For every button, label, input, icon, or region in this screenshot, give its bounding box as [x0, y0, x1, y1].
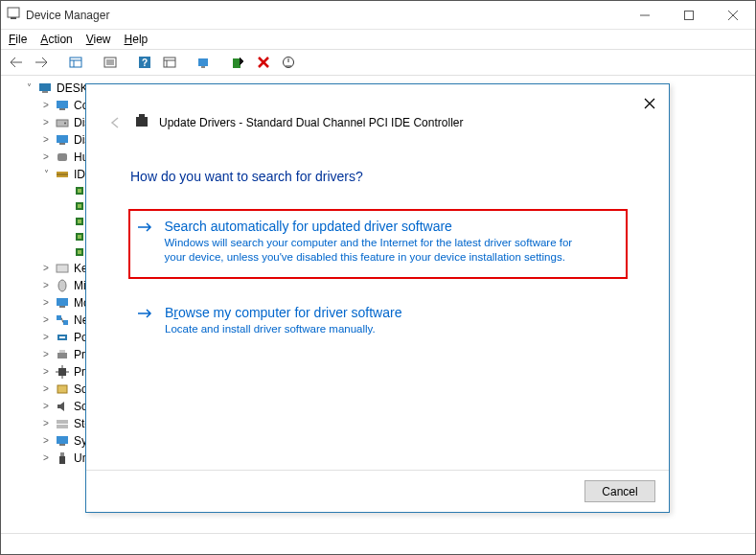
- svg-rect-1: [11, 17, 16, 19]
- svg-rect-56: [58, 368, 66, 376]
- svg-rect-71: [139, 114, 145, 117]
- wizard-close-button[interactable]: [638, 92, 661, 115]
- menu-view[interactable]: View: [86, 33, 111, 46]
- toolbar-forward-icon[interactable]: [30, 52, 53, 73]
- svg-rect-27: [59, 108, 65, 110]
- chevron-right-icon[interactable]: >: [41, 381, 51, 398]
- svg-rect-45: [57, 265, 68, 272]
- chevron-right-icon[interactable]: >: [41, 363, 51, 381]
- chevron-right-icon[interactable]: >: [41, 329, 51, 346]
- chevron-right-icon[interactable]: >: [41, 312, 51, 329]
- svg-rect-24: [39, 83, 51, 91]
- svg-rect-49: [57, 315, 61, 320]
- toolbar-list-icon[interactable]: [158, 52, 181, 73]
- chevron-right-icon[interactable]: >: [41, 97, 51, 114]
- chevron-down-icon[interactable]: ˅: [41, 166, 51, 183]
- toolbar-help-icon[interactable]: ?: [133, 52, 156, 73]
- svg-rect-63: [57, 425, 68, 428]
- storage-icon: [55, 416, 70, 431]
- option1-desc: Windows will search your computer and th…: [165, 236, 577, 266]
- chevron-right-icon[interactable]: >: [41, 114, 51, 131]
- svg-rect-32: [57, 153, 67, 161]
- hid-icon: [55, 150, 70, 165]
- toolbar-disable-icon[interactable]: [277, 52, 300, 73]
- option-browse-computer[interactable]: Browse my computer for driver software L…: [130, 297, 625, 349]
- menu-action[interactable]: Action: [40, 33, 72, 46]
- svg-rect-28: [57, 120, 68, 127]
- chevron-down-icon[interactable]: ˅: [24, 80, 34, 97]
- chevron-right-icon[interactable]: >: [41, 450, 51, 467]
- svg-rect-42: [78, 235, 81, 239]
- svg-text:?: ?: [142, 58, 148, 68]
- toolbar-back-icon[interactable]: [5, 52, 28, 73]
- chevron-right-icon[interactable]: >: [41, 346, 51, 363]
- option2-title: Browse my computer for driver software: [165, 305, 401, 320]
- chevron-right-icon[interactable]: >: [41, 149, 51, 166]
- app-icon: [7, 7, 20, 23]
- cpu-icon: [55, 364, 70, 380]
- option1-title: Search automatically for updated driver …: [165, 219, 577, 234]
- drive-icon: [55, 115, 70, 130]
- svg-rect-38: [78, 204, 81, 208]
- printer-icon: [55, 347, 70, 362]
- menu-help[interactable]: Help: [125, 33, 149, 46]
- device-manager-window: Device Manager File Action View Help: [0, 0, 756, 555]
- cancel-button[interactable]: Cancel: [584, 480, 655, 502]
- svg-rect-66: [60, 452, 64, 456]
- option-search-automatically[interactable]: Search automatically for updated driver …: [128, 209, 628, 279]
- svg-rect-3: [685, 11, 694, 19]
- toolbar: ?: [1, 49, 755, 76]
- svg-rect-26: [57, 101, 68, 108]
- status-bar: [1, 533, 755, 554]
- toolbar-properties-icon[interactable]: [99, 52, 122, 73]
- svg-rect-67: [59, 456, 65, 464]
- chevron-right-icon[interactable]: >: [41, 432, 51, 450]
- ide-icon: [55, 167, 70, 182]
- arrow-right-icon: [136, 305, 153, 337]
- toolbar-uninstall-icon[interactable]: [252, 52, 275, 73]
- menubar: File Action View Help: [1, 30, 755, 49]
- computer-icon: [37, 81, 53, 96]
- svg-rect-6: [70, 58, 81, 67]
- svg-rect-31: [59, 143, 65, 145]
- svg-rect-25: [42, 91, 48, 93]
- port-icon: [55, 330, 70, 345]
- chevron-right-icon[interactable]: >: [41, 294, 51, 312]
- maximize-button[interactable]: [667, 1, 711, 30]
- svg-point-46: [58, 280, 66, 291]
- menu-file[interactable]: File: [9, 33, 27, 46]
- svg-rect-61: [57, 385, 67, 393]
- toolbar-show-hide-icon[interactable]: [64, 52, 87, 73]
- monitor-icon: [55, 295, 70, 311]
- chevron-right-icon[interactable]: >: [41, 415, 51, 432]
- option2-desc: Locate and install driver software manua…: [165, 322, 401, 337]
- svg-rect-18: [198, 58, 208, 66]
- chevron-right-icon[interactable]: >: [41, 260, 51, 277]
- keyboard-icon: [55, 261, 70, 276]
- chevron-right-icon[interactable]: >: [41, 131, 51, 149]
- wizard-title: Update Drivers - Standard Dual Channel P…: [159, 116, 463, 129]
- chevron-right-icon[interactable]: >: [41, 277, 51, 294]
- chevron-right-icon[interactable]: >: [41, 398, 51, 415]
- close-button[interactable]: [711, 1, 755, 30]
- svg-line-51: [61, 318, 63, 323]
- titlebar: Device Manager: [1, 1, 755, 30]
- arrow-right-icon: [136, 219, 153, 266]
- svg-rect-70: [136, 117, 148, 127]
- svg-rect-53: [59, 336, 65, 338]
- system-icon: [55, 433, 70, 449]
- svg-rect-40: [78, 220, 81, 223]
- wizard-back-icon[interactable]: [105, 113, 125, 132]
- minimize-button[interactable]: [623, 1, 667, 30]
- svg-rect-19: [201, 66, 205, 68]
- window-title: Device Manager: [26, 9, 109, 22]
- svg-rect-48: [59, 306, 65, 308]
- toolbar-scan-icon[interactable]: [193, 52, 216, 73]
- toolbar-update-driver-icon[interactable]: [227, 52, 250, 73]
- network-icon: [55, 312, 70, 328]
- svg-rect-0: [8, 8, 19, 17]
- svg-rect-15: [164, 58, 175, 67]
- update-driver-wizard: Update Drivers - Standard Dual Channel P…: [85, 83, 670, 513]
- svg-rect-64: [57, 436, 68, 444]
- svg-rect-62: [57, 420, 68, 424]
